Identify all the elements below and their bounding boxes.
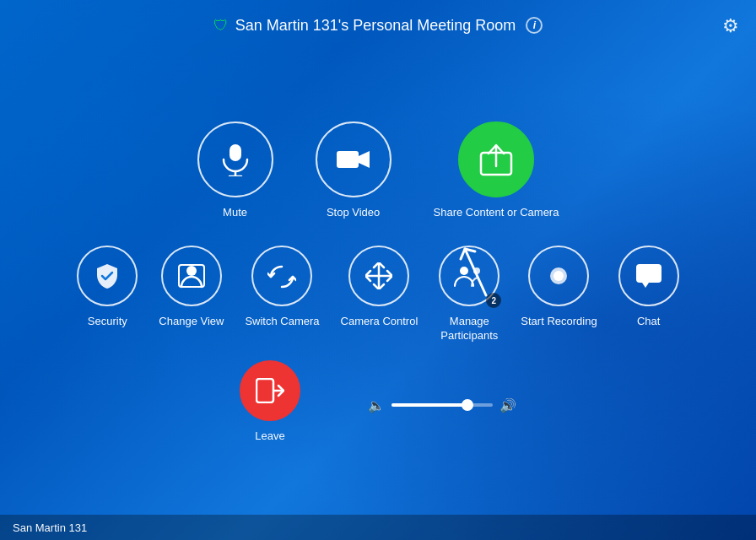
leave-label: Leave [255, 429, 284, 444]
share-content-button[interactable]: Share Content or Camera [434, 122, 559, 220]
manage-participants-label: ManageParticipants [440, 315, 498, 343]
share-icon [478, 141, 515, 178]
start-recording-label: Start Recording [521, 315, 597, 329]
leave-circle [240, 360, 300, 421]
svg-rect-15 [636, 264, 662, 283]
manage-participants-button[interactable]: 2 ManageParticipants [439, 246, 500, 343]
leave-button[interactable]: Leave [240, 360, 300, 444]
share-content-label: Share Content or Camera [434, 206, 559, 220]
controls-area: Mute Stop Video Share Content [0, 51, 756, 515]
camera-control-circle [348, 246, 409, 306]
bottom-row: Security Change View Swit [77, 246, 678, 343]
svg-point-12 [473, 267, 480, 274]
volume-fill [392, 403, 467, 407]
person-icon [177, 263, 206, 289]
svg-rect-16 [256, 379, 273, 402]
volume-low-icon: 🔈 [368, 397, 385, 413]
switch-camera-button[interactable]: Switch Camera [245, 246, 319, 329]
start-recording-circle [528, 246, 589, 306]
arrows-icon [365, 262, 392, 289]
stop-video-label: Stop Video [327, 206, 380, 220]
footer-username: San Martin 131 [13, 521, 87, 534]
stop-video-circle [316, 122, 392, 197]
leave-icon [256, 378, 284, 403]
switch-camera-circle [251, 246, 312, 306]
svg-point-14 [554, 271, 564, 281]
switch-camera-label: Switch Camera [245, 315, 319, 329]
camera-control-label: Camera Control [341, 315, 418, 329]
chat-icon [635, 263, 662, 289]
video-icon [336, 147, 371, 172]
camera-control-button[interactable]: Camera Control [341, 246, 418, 329]
change-view-button[interactable]: Change View [159, 246, 224, 329]
top-row: Mute Stop Video Share Content [197, 122, 559, 220]
stop-video-button[interactable]: Stop Video [316, 122, 392, 220]
people-icon [453, 264, 485, 288]
volume-slider[interactable] [392, 403, 493, 407]
svg-rect-3 [337, 151, 359, 168]
change-view-label: Change View [159, 315, 224, 329]
leave-volume-row: Leave 🔈 🔊 [240, 360, 516, 444]
mute-label: Mute [223, 206, 247, 220]
chat-circle [618, 246, 679, 306]
meeting-room-title: San Martin 131's Personal Meeting Room [235, 17, 516, 35]
manage-participants-circle: 2 [439, 246, 500, 306]
info-icon[interactable]: i [526, 17, 543, 34]
rotate-icon [267, 263, 296, 289]
mute-button[interactable]: Mute [197, 122, 273, 220]
security-button[interactable]: Security [77, 246, 138, 329]
header: 🛡 San Martin 131's Personal Meeting Room… [0, 0, 756, 51]
shield-security-icon [95, 263, 119, 289]
mic-icon [220, 143, 251, 176]
change-view-circle [161, 246, 222, 306]
security-circle [77, 246, 138, 306]
svg-rect-0 [230, 144, 241, 161]
mute-circle [197, 122, 273, 197]
chat-label: Chat [637, 315, 660, 329]
volume-section: 🔈 🔊 [368, 397, 516, 413]
svg-point-11 [460, 267, 468, 275]
security-label: Security [88, 315, 127, 329]
settings-icon[interactable]: ⚙ [722, 15, 739, 37]
volume-high-icon: 🔊 [500, 397, 516, 413]
record-icon [546, 263, 571, 289]
share-content-circle [458, 122, 534, 197]
start-recording-button[interactable]: Start Recording [521, 246, 597, 329]
participants-badge: 2 [486, 293, 501, 308]
header-title: 🛡 San Martin 131's Personal Meeting Room… [213, 17, 543, 35]
chat-button[interactable]: Chat [618, 246, 679, 329]
volume-thumb [462, 399, 473, 411]
shield-icon: 🛡 [213, 17, 229, 35]
footer: San Martin 131 [0, 515, 756, 540]
svg-point-6 [186, 266, 197, 276]
